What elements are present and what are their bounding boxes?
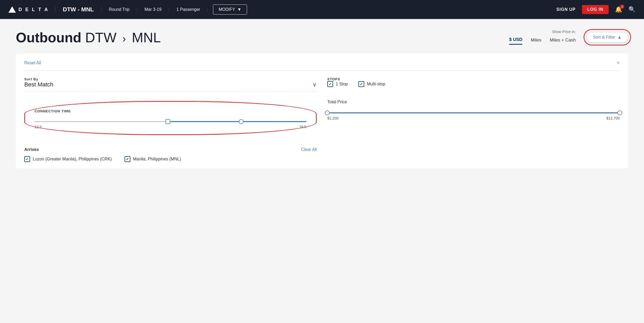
arrives-item-2: Manila, Philippines (MNL) xyxy=(125,156,181,162)
passengers: 1 Passenger xyxy=(169,7,208,12)
main-content: Outbound DTW › MNL Show Price In: $ USD … xyxy=(0,19,644,323)
show-price-label: Show Price In: xyxy=(552,30,576,34)
stops-label: STOPS xyxy=(327,77,620,81)
arrives-label-1: Luzon (Greater Manila), Philippines (CRK… xyxy=(33,157,112,162)
header-right: SIGN UP LOG IN 🔔 3 🔍 xyxy=(556,5,636,14)
stop1-label: 1 Stop xyxy=(336,82,348,86)
signup-button[interactable]: SIGN UP xyxy=(556,7,576,12)
stop1-checkbox[interactable] xyxy=(327,81,333,87)
sort-by-section: Sort By Best Match ∨ xyxy=(24,77,317,91)
title-outbound: Outbound xyxy=(16,30,81,45)
sort-select[interactable]: Best Match ∨ xyxy=(24,81,317,91)
filter-panel: Reset All × Sort By Best Match ∨ CONNECT… xyxy=(16,53,628,168)
main-header: D E L T A DTW - MNL Round Trip Mar 3-19 … xyxy=(0,0,644,19)
logo-text: D E L T A xyxy=(18,7,49,12)
stop2-checkbox[interactable] xyxy=(358,81,364,87)
right-filter-section: STOPS 1 Stop Multi-stop Total xyxy=(327,77,620,162)
stop2-item: Multi-stop xyxy=(358,81,385,87)
modify-button[interactable]: MODIFY ▼ xyxy=(213,4,247,15)
title-origin-text: DTW xyxy=(85,30,116,45)
connection-time-section: CONNECTION TIME 12 h 16 h xyxy=(24,101,317,135)
arrives-item-1: Luzon (Greater Manila), Philippines (CRK… xyxy=(24,156,112,162)
sort-filter-button[interactable]: Sort & Filter ▲ xyxy=(586,32,628,43)
stops-section: STOPS 1 Stop Multi-stop xyxy=(327,77,620,87)
clear-all-button[interactable]: Clear All xyxy=(301,147,317,152)
arrives-label-2: Manila, Philippines (MNL) xyxy=(133,157,181,162)
dates: Mar 3-19 xyxy=(137,7,169,12)
page-header: Outbound DTW › MNL Show Price In: $ USD … xyxy=(16,30,628,45)
price-usd-option[interactable]: $ USD xyxy=(509,37,522,45)
stop1-item: 1 Stop xyxy=(327,81,348,87)
login-button[interactable]: LOG IN xyxy=(582,5,609,14)
arrives-header: Arrives Clear All xyxy=(24,147,317,152)
connection-time-label: CONNECTION TIME xyxy=(35,109,306,113)
route-display: DTW - MNL xyxy=(55,6,101,13)
connection-max-label: 16 h xyxy=(299,125,306,129)
stops-row: 1 Stop Multi-stop xyxy=(327,81,620,87)
connection-thumb-right[interactable] xyxy=(239,119,244,124)
price-miles-cash-option[interactable]: Miles + Cash xyxy=(550,38,576,44)
delta-logo: D E L T A xyxy=(8,6,55,13)
connection-slider-track-wrapper xyxy=(35,118,306,125)
price-slider-wrapper xyxy=(327,110,620,116)
sort-filter-icon: ▲ xyxy=(617,35,622,40)
close-filter-button[interactable]: × xyxy=(617,60,620,66)
filter-grid: Sort By Best Match ∨ CONNECTION TIME xyxy=(24,77,620,162)
delta-triangle-icon xyxy=(8,6,16,13)
arrives-title: Arrives xyxy=(24,147,39,152)
arrives-items: Luzon (Greater Manila), Philippines (CRK… xyxy=(24,156,317,162)
price-miles-option[interactable]: Miles xyxy=(531,38,541,44)
stop2-label: Multi-stop xyxy=(367,82,385,86)
price-slider-labels: $1,200 $12,700 xyxy=(327,116,620,120)
connection-thumb-left[interactable] xyxy=(165,119,170,124)
sort-by-label: Sort By xyxy=(24,77,317,81)
price-min-label: $1,200 xyxy=(327,116,339,120)
arrives-checkbox-2[interactable] xyxy=(125,156,130,162)
total-price-label: Total Price xyxy=(327,100,620,104)
price-thumb-left[interactable] xyxy=(325,110,330,115)
header-nav: Round Trip Mar 3-19 1 Passenger MODIFY ▼ xyxy=(101,4,252,15)
price-options: $ USD Miles Miles + Cash xyxy=(509,37,576,45)
title-arrow: › xyxy=(122,33,126,44)
modify-chevron-icon: ▼ xyxy=(237,7,242,12)
sort-chevron-icon: ∨ xyxy=(312,81,317,88)
sort-value: Best Match xyxy=(24,81,53,88)
price-max-label: $12,700 xyxy=(606,116,620,120)
notifications-button[interactable]: 🔔 3 xyxy=(615,6,622,13)
trip-type: Round Trip xyxy=(101,7,137,12)
filter-header: Reset All × xyxy=(24,60,620,71)
title-dest: MNL xyxy=(132,30,161,45)
arrives-section: Arrives Clear All Luzon (Greater Manila)… xyxy=(24,147,317,162)
total-price-section: Total Price $1,200 $12,700 xyxy=(327,100,620,120)
reset-all-button[interactable]: Reset All xyxy=(24,61,41,65)
price-thumb-right[interactable] xyxy=(617,110,622,115)
connection-slider-labels: 12 h 16 h xyxy=(35,125,306,129)
left-filter-section: Sort By Best Match ∨ CONNECTION TIME xyxy=(24,77,317,162)
page-title: Outbound DTW › MNL xyxy=(16,30,161,45)
arrives-checkbox-1[interactable] xyxy=(24,156,30,162)
search-button[interactable]: 🔍 xyxy=(628,6,636,13)
notification-badge: 3 xyxy=(620,4,624,9)
price-controls: Show Price In: $ USD Miles Miles + Cash xyxy=(509,30,576,45)
connection-min-label: 12 h xyxy=(35,125,42,129)
